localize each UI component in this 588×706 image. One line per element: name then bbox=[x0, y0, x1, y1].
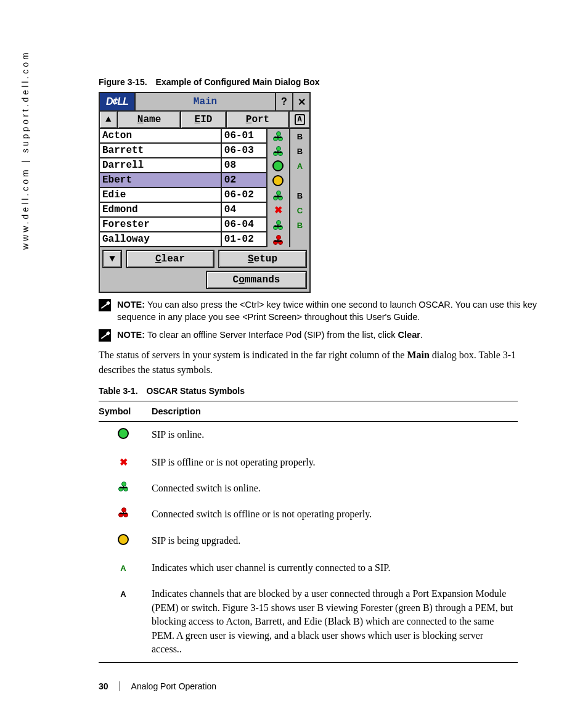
server-channel-cell: B bbox=[290, 188, 309, 203]
server-name-cell: Ebert bbox=[100, 173, 222, 188]
server-status-cell bbox=[267, 232, 290, 247]
status-row: AIndicates which user channel is current… bbox=[99, 555, 518, 581]
switch-online-icon bbox=[273, 131, 283, 141]
description-cell: Connected switch is online. bbox=[152, 475, 518, 501]
symbol-cell: ✖ bbox=[99, 449, 152, 475]
switch-online-icon bbox=[273, 146, 283, 156]
server-row[interactable]: Galloway01-02 bbox=[100, 232, 309, 247]
header-port[interactable]: Port bbox=[227, 112, 290, 128]
setup-button[interactable]: Setup bbox=[218, 250, 307, 268]
server-status-cell bbox=[267, 158, 290, 173]
description-cell: SIP is being upgraded. bbox=[152, 528, 518, 555]
server-channel-cell: C bbox=[290, 203, 309, 218]
symbol-cell bbox=[99, 422, 152, 449]
server-status-cell bbox=[267, 173, 290, 188]
header-eid[interactable]: EID bbox=[181, 112, 226, 128]
server-port-cell: 06-02 bbox=[222, 188, 267, 203]
note-icon bbox=[99, 299, 111, 311]
server-port-cell: 06-03 bbox=[222, 144, 267, 158]
server-row[interactable]: Edie06-02B bbox=[100, 188, 309, 203]
user-icon: A bbox=[295, 114, 305, 125]
server-row[interactable]: Acton06-01B bbox=[100, 129, 309, 144]
server-port-cell: 06-04 bbox=[222, 218, 267, 232]
server-name-cell: Darrell bbox=[100, 158, 222, 173]
description-cell: SIP is online. bbox=[152, 422, 518, 449]
status-row: Connected switch is offline or is not op… bbox=[99, 501, 518, 527]
server-status-cell: ✖ bbox=[267, 203, 290, 218]
server-channel-cell: B bbox=[290, 129, 309, 144]
server-name-cell: Galloway bbox=[100, 232, 222, 247]
server-name-cell: Barrett bbox=[100, 144, 222, 158]
server-row[interactable]: Darrell08A bbox=[100, 158, 309, 173]
th-description: Description bbox=[152, 401, 518, 422]
server-row[interactable]: Ebert02 bbox=[100, 173, 309, 188]
status-online-icon bbox=[118, 428, 129, 439]
switch-online-icon bbox=[273, 220, 283, 230]
description-cell: Connected switch is offline or is not op… bbox=[152, 501, 518, 527]
note-icon bbox=[99, 329, 111, 342]
switch-offline-icon bbox=[118, 507, 128, 517]
user-channel-icon: A bbox=[120, 564, 126, 573]
symbol-cell: A bbox=[99, 555, 152, 581]
header-user[interactable]: A bbox=[290, 112, 309, 128]
header-name[interactable]: Name bbox=[118, 112, 182, 128]
server-status-cell bbox=[267, 218, 290, 232]
server-name-cell: Acton bbox=[100, 129, 222, 144]
sort-up-button[interactable]: ▲ bbox=[100, 112, 118, 128]
help-button[interactable]: ? bbox=[275, 93, 292, 110]
status-upgrading-icon bbox=[272, 175, 284, 186]
description-cell: Indicates which user channel is currentl… bbox=[152, 555, 518, 581]
symbol-cell bbox=[99, 501, 152, 527]
status-row: SIP is online. bbox=[99, 422, 518, 449]
footer-separator bbox=[120, 681, 120, 691]
description-cell: SIP is offline or is not operating prope… bbox=[152, 449, 518, 475]
sort-down-button[interactable]: ▼ bbox=[102, 250, 122, 268]
server-port-cell: 01-02 bbox=[222, 232, 267, 247]
column-headers: ▲ Name EID Port A bbox=[100, 112, 309, 129]
server-port-cell: 06-01 bbox=[222, 129, 267, 144]
server-channel-cell: B bbox=[290, 144, 309, 158]
switch-online-icon bbox=[273, 191, 283, 200]
user-blocked-icon: A bbox=[120, 589, 126, 599]
figure-caption: Figure 3-15.Example of Configured Main D… bbox=[99, 77, 551, 87]
server-row[interactable]: Forester06-04B bbox=[100, 218, 309, 232]
server-port-cell: 08 bbox=[222, 158, 267, 173]
side-url: www.dell.com | support.dell.com bbox=[20, 50, 30, 250]
commands-button[interactable]: Commands bbox=[206, 271, 307, 289]
note-2: NOTE: To clear an offline Server Interfa… bbox=[99, 329, 551, 342]
section-title: Analog Port Operation bbox=[131, 681, 217, 691]
description-cell: Indicates channels that are blocked by a… bbox=[152, 581, 518, 662]
server-status-cell bbox=[267, 129, 290, 144]
server-channel-cell bbox=[290, 232, 309, 247]
dialog-title: Main bbox=[136, 96, 275, 107]
switch-online-icon bbox=[118, 482, 128, 491]
switch-offline-icon bbox=[273, 235, 283, 245]
symbol-cell: A bbox=[99, 581, 152, 662]
status-upgrading-icon bbox=[118, 534, 129, 545]
status-offline-icon: ✖ bbox=[274, 205, 282, 215]
status-symbols-table: Symbol Description SIP is online.✖SIP is… bbox=[99, 401, 518, 663]
server-row[interactable]: Edmond04✖C bbox=[100, 203, 309, 218]
status-row: SIP is being upgraded. bbox=[99, 528, 518, 555]
close-button[interactable]: ✕ bbox=[292, 93, 309, 110]
table-caption: Table 3-1.OSCAR Status Symbols bbox=[99, 386, 551, 396]
status-row: Connected switch is online. bbox=[99, 475, 518, 501]
server-row[interactable]: Barrett06-03B bbox=[100, 144, 309, 158]
server-port-cell: 04 bbox=[222, 203, 267, 218]
clear-button[interactable]: Clear bbox=[126, 250, 214, 268]
main-dialog: D¢LL Main ? ✕ ▲ Name EID Port A Acton06-… bbox=[99, 92, 311, 293]
status-offline-icon: ✖ bbox=[120, 457, 128, 467]
server-name-cell: Forester bbox=[100, 218, 222, 232]
server-channel-cell bbox=[290, 173, 309, 188]
status-row: ✖SIP is offline or is not operating prop… bbox=[99, 449, 518, 475]
server-port-cell: 02 bbox=[222, 173, 267, 188]
note-1: NOTE: You can also press the <Ctrl> key … bbox=[99, 299, 551, 323]
page-footer: 30 Analog Port Operation bbox=[99, 681, 551, 691]
server-status-cell bbox=[267, 144, 290, 158]
th-symbol: Symbol bbox=[99, 401, 152, 422]
server-channel-cell: A bbox=[290, 158, 309, 173]
body-paragraph: The status of servers in your system is … bbox=[99, 348, 551, 377]
dell-logo: D¢LL bbox=[100, 93, 136, 110]
page-number: 30 bbox=[99, 681, 108, 691]
dialog-titlebar: D¢LL Main ? ✕ bbox=[100, 93, 309, 112]
